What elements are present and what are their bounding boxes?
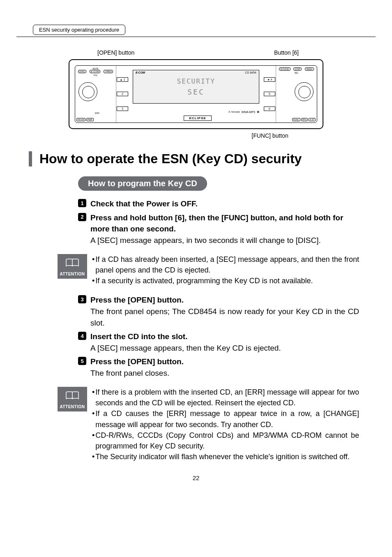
attention2-bullet2: If a CD causes the [ERR] message to appe… [95, 408, 359, 430]
step-number-icon: 4 [78, 332, 86, 340]
open-button: OPEN [104, 70, 113, 73]
esn-label: ESN [77, 112, 118, 114]
attention2-bullet3: CD-R/RWs, CCCDs (Copy Control CDs) and M… [95, 430, 359, 451]
device-outline: MUTE DISC E·COM OPEN VOL ESN FM AM PWR ▲… [69, 59, 323, 129]
right-side-buttons: ◄ 4 5 6 [263, 66, 276, 122]
step-3-body: The front panel opens; The CD8454 is now… [90, 306, 359, 328]
fm-am-button: FM AM [76, 118, 85, 121]
button-6-label: Button [6] [274, 49, 299, 56]
main-heading: How to operate the ESN (Key CD) security [29, 151, 359, 166]
func-button: FUNC [292, 118, 300, 121]
step-4-title: Insert the CD into the slot. [90, 331, 359, 342]
step-5-title: Press the [OPEN] button. [90, 356, 359, 367]
sound-button: SOUND [279, 67, 291, 71]
screen-model: CD 8454 [245, 71, 256, 74]
preset-1: ▲ 1 [117, 77, 128, 82]
book-icon [58, 391, 87, 403]
step-number-icon: 2 [78, 213, 86, 221]
disp-button: DISP [293, 67, 302, 71]
header-line [16, 37, 376, 37]
step-1: 1 Check that the Power is OFF. [78, 198, 359, 210]
func-button-label: [FUNC] button [181, 132, 359, 139]
step-5-body: The front panel closes. [90, 367, 359, 379]
attention-block-2: ATTENTION •If there is a problem with th… [58, 387, 359, 462]
device-left-panel: MUTE DISC E·COM OPEN VOL ESN FM AM PWR [75, 66, 116, 122]
ecom-button: E·COM [90, 70, 100, 73]
vol-label: VOL [77, 74, 114, 76]
device-center: E·COM CD 8454 SECURITY SEC S.Yamada WMA·… [129, 66, 263, 122]
attention2-bullet4: The Security indicator will flash whenev… [95, 451, 359, 462]
preset-2: 2 [117, 92, 128, 96]
page-number: 22 [33, 474, 359, 481]
step-number-icon: 3 [78, 295, 86, 303]
rtn-button: RTN [301, 118, 308, 121]
attention-label: ATTENTION [58, 404, 87, 409]
step-number-icon: 5 [78, 357, 86, 365]
preset-5: 5 [264, 92, 275, 96]
step-3: 3 Press the [OPEN] button. The front pan… [78, 294, 359, 328]
preset-6: 6 [264, 106, 275, 111]
sel-label: SEL [278, 72, 315, 74]
attention2-bullet1: If there is a problem with the inserted … [95, 387, 359, 408]
step-number-icon: 1 [78, 199, 86, 207]
open-button-label: [OPEN] button [97, 49, 134, 56]
step-4-body: A [SEC] message appears, then the Key CD… [90, 342, 359, 354]
header-tab: ESN security operating procedure [33, 25, 125, 35]
screen-security-text: SECURITY [177, 77, 215, 85]
attention-label: ATTENTION [58, 272, 87, 276]
attention-block-1: ATTENTION •If a CD has already been inse… [58, 254, 359, 286]
pwr-button: PWR [86, 118, 94, 121]
step-5: 5 Press the [OPEN] button. The front pan… [78, 356, 359, 379]
step-1-title: Check that the Power is OFF. [90, 198, 359, 210]
attention1-bullet2: If a security is activated, programming … [95, 275, 359, 286]
screen-brand: E·COM [136, 71, 145, 74]
disc-button: DISC [78, 70, 86, 73]
signature: S.Yamada [228, 111, 240, 113]
wma-mp3-label: WMA·MP3 [242, 111, 255, 113]
preset-3: 3 [117, 106, 128, 111]
left-dial [78, 82, 97, 101]
ast-button: A.ST [309, 118, 316, 121]
device-screen: E·COM CD 8454 SECURITY SEC [133, 70, 259, 104]
device-diagram: [OPEN] button Button [6] MUTE DISC E·COM… [33, 49, 359, 139]
book-icon [58, 258, 87, 270]
eclipse-label: ECLIPSE [184, 116, 211, 121]
step-2-title: Press and hold button [6], then the [FUN… [90, 212, 359, 235]
left-side-buttons: ▲ 1 2 3 [116, 66, 129, 122]
seek-button: SEEK [305, 67, 314, 71]
attention-badge: ATTENTION [58, 254, 87, 279]
screen-sec-text: SEC [187, 88, 205, 96]
preset-4: ◄ 4 [264, 77, 275, 82]
step-4: 4 Insert the CD into the slot. A [SEC] m… [78, 331, 359, 354]
attention-badge: ATTENTION [58, 387, 87, 411]
attention1-bullet1: If a CD has already been inserted, a [SE… [95, 254, 359, 275]
sub-heading: How to program the Key CD [78, 176, 207, 191]
step-2-body: A [SEC] message appears, in two seconds … [90, 235, 359, 246]
disc-icon: ◉ [257, 110, 259, 113]
step-3-title: Press the [OPEN] button. [90, 294, 359, 306]
step-2: 2 Press and hold button [6], then the [F… [78, 212, 359, 246]
right-dial [295, 82, 314, 101]
device-right-panel: SOUND DISP SEEK SEL FUNC RTN A.ST [276, 66, 317, 122]
